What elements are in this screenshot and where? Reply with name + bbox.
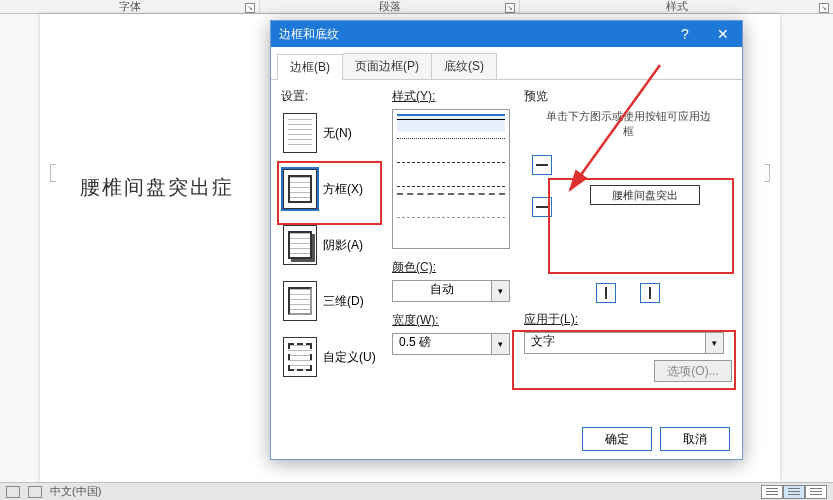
dialog-title: 边框和底纹 [279,26,339,43]
cancel-button[interactable]: 取消 [660,427,730,451]
view-web-layout[interactable] [805,485,827,499]
width-combo[interactable]: 0.5 磅 ▾ [392,333,510,355]
document-text[interactable]: 腰椎间盘突出症 [80,174,234,201]
style-option-dash3[interactable] [397,193,505,211]
preview-sample-text: 腰椎间盘突出 [590,185,700,205]
setting-box-icon [283,169,317,209]
width-dropdown-button[interactable]: ▾ [492,333,510,355]
ribbon-paragraph-label: 段落 [379,0,401,12]
tab-borders[interactable]: 边框(B) [277,54,343,80]
width-label-text: 宽度(W): [392,313,439,327]
tab-shading-label: 底纹(S) [444,59,484,73]
preview-bottom-edge-buttons [524,283,732,303]
styles-dialog-launcher[interactable]: ↘ [819,3,829,13]
apply-dropdown-button[interactable]: ▾ [706,332,724,354]
ribbon-styles-label: 样式 [666,0,688,12]
style-label-text: 样式(Y): [392,89,435,103]
font-dialog-launcher[interactable]: ↘ [245,3,255,13]
margin-mark-left [50,164,56,182]
tab-page-borders-label: 页面边框(P) [355,59,419,73]
style-column: 样式(Y): 颜色(C): 自动 ▾ 宽度(W): 0.5 磅 ▾ [392,88,510,432]
preview-box: 腰椎间盘突出 [532,147,732,277]
color-label-text: 颜色(C): [392,260,436,274]
view-read-mode[interactable] [761,485,783,499]
style-option-dash4[interactable] [397,217,505,235]
apply-row: 应用于(L): 文字 ▾ 选项(O)... [524,311,732,354]
style-option-dash1[interactable] [397,162,505,180]
tab-page-borders[interactable]: 页面边框(P) [342,53,432,79]
ribbon-group-paragraph: 段落 ↘ [260,0,520,13]
setting-shadow[interactable]: 阴影(A) [281,221,378,277]
apply-label-text: 应用于(L): [524,312,578,326]
view-buttons [761,485,827,499]
margin-mark-right [764,164,770,182]
paragraph-dialog-launcher[interactable]: ↘ [505,3,515,13]
preview-column: 预览 单击下方图示或使用按钮可应用边框 腰椎间盘突出 应用于(L): 文字 ▾ [524,88,732,432]
width-label: 宽度(W): [392,312,510,329]
status-icon-1[interactable] [6,486,20,498]
settings-label: 设置: [281,88,378,105]
ribbon-group-font: 字体 ↘ [0,0,260,13]
setting-none[interactable]: 无(N) [281,109,378,165]
setting-none-label: 无(N) [323,125,352,142]
ribbon-group-styles: 样式 ↘ [520,0,833,13]
setting-shadow-icon [283,225,317,265]
preview-label: 预览 [524,88,732,105]
setting-custom-icon [283,337,317,377]
style-label: 样式(Y): [392,88,510,105]
setting-box-label: 方框(X) [323,181,363,198]
settings-column: 设置: 无(N) 方框(X) 阴影(A) 三维(D) 自定义(U) [281,88,378,432]
tab-borders-label: 边框(B) [290,60,330,74]
width-value: 0.5 磅 [392,333,492,355]
setting-shadow-label: 阴影(A) [323,237,363,254]
apply-combo[interactable]: 文字 ▾ [524,332,724,354]
ribbon-group-labels: 字体 ↘ 段落 ↘ 样式 ↘ [0,0,833,14]
help-button[interactable]: ? [666,21,704,47]
ok-button[interactable]: 确定 [582,427,652,451]
preview-sample: 腰椎间盘突出 [560,157,720,231]
setting-custom[interactable]: 自定义(U) [281,333,378,389]
setting-box[interactable]: 方框(X) [281,165,378,221]
view-print-layout[interactable] [783,485,805,499]
setting-none-icon [283,113,317,153]
apply-value: 文字 [524,332,706,354]
tab-shading[interactable]: 底纹(S) [431,53,497,79]
color-label: 颜色(C): [392,259,510,276]
edge-top-button[interactable] [532,155,552,175]
setting-3d-icon [283,281,317,321]
style-option-solid[interactable] [397,114,505,132]
status-icon-2[interactable] [28,486,42,498]
color-dropdown-button[interactable]: ▾ [492,280,510,302]
edge-right-button[interactable] [640,283,660,303]
setting-3d-label: 三维(D) [323,293,364,310]
dialog-tabs: 边框(B) 页面边框(P) 底纹(S) [271,47,742,80]
color-combo[interactable]: 自动 ▾ [392,280,510,302]
setting-custom-label: 自定义(U) [323,349,376,366]
borders-shading-dialog: 边框和底纹 ? ✕ 边框(B) 页面边框(P) 底纹(S) 设置: 无(N) 方… [270,20,743,460]
preview-hint: 单击下方图示或使用按钮可应用边框 [543,109,713,139]
style-option-dash2[interactable] [397,186,505,187]
setting-3d[interactable]: 三维(D) [281,277,378,333]
dialog-titlebar[interactable]: 边框和底纹 ? ✕ [271,21,742,47]
dialog-footer: 确定 取消 [582,427,730,451]
close-button[interactable]: ✕ [704,21,742,47]
edge-left-button[interactable] [596,283,616,303]
apply-label: 应用于(L): [524,311,732,328]
style-option-dotted[interactable] [397,138,505,156]
style-listbox[interactable] [392,109,510,249]
edge-bottom-button[interactable] [532,197,552,217]
color-value: 自动 [392,280,492,302]
status-bar: 中文(中国) [0,482,833,500]
options-button[interactable]: 选项(O)... [654,360,732,382]
ribbon-font-label: 字体 [119,0,141,12]
status-language[interactable]: 中文(中国) [50,484,101,499]
